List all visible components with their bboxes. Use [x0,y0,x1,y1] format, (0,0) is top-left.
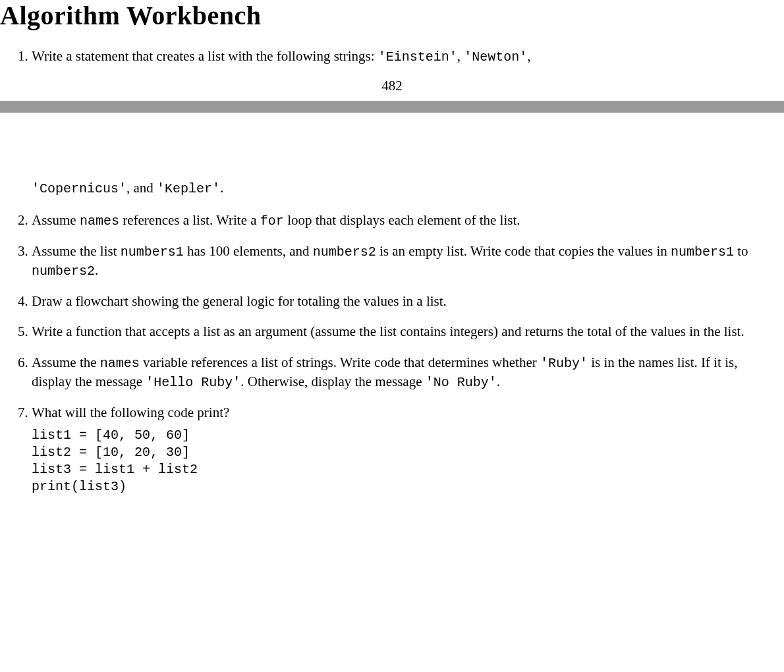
q6-text-d: . Otherwise, display the message [240,374,426,389]
q3-text-c: is an empty list. Write code that copies… [376,243,671,259]
page-break-spacer [0,113,784,179]
q2-code-names: names [80,213,119,229]
q6-text-e: . [497,374,500,389]
q3-code-numbers2-a: numbers2 [313,244,376,260]
q3-text-a: Assume the list [32,243,121,259]
q1-sep-b: , [527,48,530,64]
question-2: Assume names references a list. Write a … [32,211,784,230]
q3-text-d: to [734,243,748,259]
q6-text-b: variable references a list of strings. W… [140,354,540,370]
q1-cont-text-a: , and [126,180,157,196]
q1-code-einstein: 'Einstein' [378,49,457,65]
q5-text: Write a function that accepts a list as … [32,323,744,339]
q6-code-hello-ruby: 'Hello Ruby' [146,375,240,390]
q7-text: What will the following code print? [32,405,229,420]
page-body: Algorithm Workbench Write a statement th… [0,0,784,495]
q2-text-c: loop that displays each element of the l… [284,212,520,228]
question-4: Draw a flowchart showing the general log… [32,292,784,310]
page-break-bar [0,101,784,113]
question-5: Write a function that accepts a list as … [32,322,784,341]
question-1: Write a statement that creates a list wi… [32,47,784,66]
q2-text-a: Assume [32,212,80,228]
q3-code-numbers1-b: numbers1 [671,244,734,260]
q6-text-a: Assume the [32,354,100,370]
q1-code-newton: 'Newton' [464,49,527,65]
q2-text-b: references a list. Write a [119,212,260,228]
page-number: 482 [0,78,784,94]
q3-code-numbers1-a: numbers1 [121,244,184,260]
question-3: Assume the list numbers1 has 100 element… [32,242,784,280]
q4-text: Draw a flowchart showing the general log… [32,293,447,309]
question-list-top: Write a statement that creates a list wi… [0,47,784,66]
q1-sep-a: , [457,48,464,64]
question-1-continuation: 'Copernicus', and 'Kepler'. [32,179,784,198]
q3-text-b: has 100 elements, and [184,243,313,259]
q2-code-for: for [260,213,284,229]
q1-code-kepler: 'Kepler' [157,181,220,196]
q6-code-names: names [100,356,140,371]
q1-text-a: Write a statement that creates a list wi… [32,48,378,64]
question-7: What will the following code print? list… [32,403,784,495]
q6-code-no-ruby: 'No Ruby' [426,375,497,390]
q1-code-copernicus: 'Copernicus' [32,181,126,196]
q7-code-block: list1 = [40, 50, 60] list2 = [10, 20, 30… [32,427,758,495]
section-title: Algorithm Workbench [0,0,784,34]
q1-cont-text-b: . [220,180,223,196]
q3-text-e: . [95,262,98,278]
q3-code-numbers2-b: numbers2 [32,264,95,279]
question-list-bottom: Assume names references a list. Write a … [0,211,784,495]
question-6: Assume the names variable references a l… [32,353,784,391]
q6-code-ruby: 'Ruby' [540,356,588,371]
